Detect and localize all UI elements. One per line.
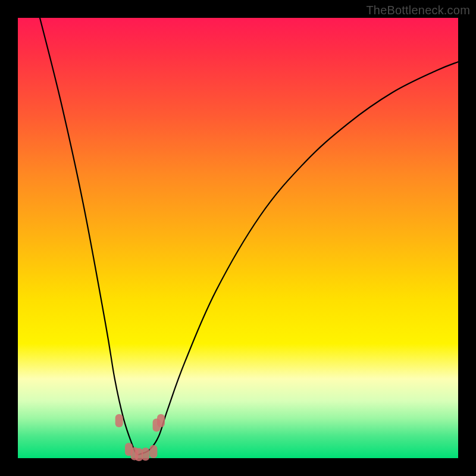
chart-svg <box>18 18 458 458</box>
data-marker <box>142 447 149 461</box>
data-marker <box>157 414 165 427</box>
chart-frame: TheBottleneck.com <box>0 0 476 476</box>
data-marker <box>135 448 143 461</box>
plot-area <box>18 18 458 458</box>
data-marker <box>115 414 123 427</box>
attribution-text: TheBottleneck.com <box>366 4 470 17</box>
data-marker <box>149 445 157 458</box>
bottleneck-curve <box>40 18 458 455</box>
